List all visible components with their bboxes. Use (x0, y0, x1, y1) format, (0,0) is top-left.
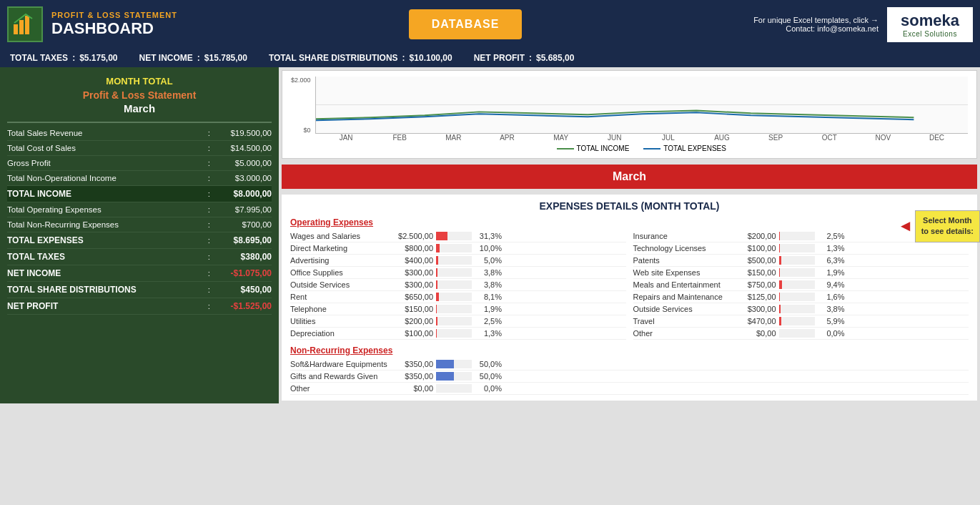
left-panel-header: MONTH TOTAL (0, 67, 279, 89)
left-row-val: $14.500,00 (214, 144, 272, 152)
expense-bar-wrap (436, 268, 472, 277)
expense-label: Technology Licenses (633, 244, 733, 252)
summary-net-profit-label: NET PROFIT (474, 53, 525, 63)
summary-net-income: NET INCOME : $15.785,00 (139, 53, 247, 63)
main-layout: MONTH TOTAL Profit & Loss Statement Marc… (0, 67, 980, 403)
operating-expenses-grid: Wages and Salaries$2.500,0031,3%Direct M… (290, 230, 969, 340)
left-panel-table: Total Sales Revenue:$19.500,00Total Cost… (0, 123, 279, 318)
expense-value: $100,00 (733, 244, 776, 252)
summary-total-share-val: $10.100,00 (410, 53, 452, 63)
expense-bar-wrap (436, 372, 472, 381)
legend-income-label: TOTAL INCOME (577, 144, 630, 152)
expense-value: $125,00 (733, 293, 776, 301)
expense-bar-wrap (436, 360, 472, 368)
left-row-val: $380,00 (214, 252, 272, 262)
database-button[interactable]: DATABASE (409, 9, 523, 39)
expense-bar-wrap (436, 384, 472, 393)
legend-income: TOTAL INCOME (557, 144, 630, 152)
expense-bar (436, 244, 440, 252)
expense-row: Wages and Salaries$2.500,0031,3% (290, 230, 626, 242)
left-row-colon: : (208, 144, 210, 152)
expense-pct: 10,0% (475, 244, 502, 252)
expense-label: Depreciation (290, 329, 390, 338)
expense-row: Travel$470,005,9% (633, 315, 969, 328)
expense-value: $650,00 (390, 293, 433, 301)
expense-value: $300,00 (733, 305, 776, 313)
header-center: DATABASE (177, 9, 753, 39)
expense-row: Outside Services$300,003,8% (633, 303, 969, 315)
chart-x-labels: JANFEBMARAPRMAYJUNJULAUGSEPOCTNOVDEC (315, 134, 968, 142)
app-header: PROFIT & LOSS STATEMENT DASHBOARD DATABA… (0, 0, 980, 49)
expense-row: Advertising$400,005,0% (290, 255, 626, 267)
left-row-val: $19.500,00 (214, 129, 272, 137)
promo-text: For unique Excel templates, click → (753, 16, 878, 24)
expense-pct: 3,8% (475, 268, 502, 277)
expense-value: $0,00 (390, 384, 433, 393)
expense-bar (779, 280, 783, 289)
left-row-val: $5.000,00 (214, 159, 272, 167)
left-row-label: TOTAL EXPENSES (7, 235, 204, 245)
svg-rect-2 (25, 16, 29, 34)
expense-pct: 0,0% (475, 384, 502, 393)
expense-label: Patents (633, 256, 733, 265)
header-title-block: PROFIT & LOSS STATEMENT DASHBOARD (51, 11, 177, 38)
left-row-colon: : (208, 236, 210, 245)
left-row-colon: : (208, 302, 210, 310)
expense-label: Utilities (290, 317, 390, 325)
left-row-colon: : (208, 269, 210, 278)
expense-bar (436, 372, 454, 381)
header-right: For unique Excel templates, click → Cont… (753, 16, 878, 33)
expense-bar (436, 256, 438, 265)
left-row-val: $7.995,00 (214, 205, 272, 214)
expense-row: Web site Expenses$150,001,9% (633, 267, 969, 279)
expenses-title: EXPENSES DETAILS (MONTH TOTAL) (290, 200, 969, 212)
legend-expenses: TOTAL EXPENSES (643, 144, 726, 152)
left-row-val: -$1.075,00 (214, 268, 272, 278)
expense-pct: 1,3% (475, 329, 502, 338)
summary-total-taxes-val: $5.175,00 (79, 53, 117, 63)
summary-total-share-label: TOTAL SHARE DISTRIBUTIONS (269, 53, 398, 63)
left-panel-row: Total Non-Recurring Expenses:$700,00 (7, 217, 272, 232)
expense-bar (436, 317, 437, 325)
left-row-val: $450,00 (214, 285, 272, 295)
expense-bar (436, 293, 439, 301)
month-bar: March (282, 165, 977, 189)
expense-value: $0,00 (733, 329, 776, 338)
select-arrow-icon: ◄ (898, 217, 914, 235)
select-month-box: Select Monthto see details: (915, 210, 980, 242)
expense-value: $350,00 (390, 360, 433, 368)
expense-bar-wrap (436, 232, 472, 240)
left-row-val: $3.000,00 (214, 174, 272, 182)
legend-income-line (557, 148, 574, 149)
left-panel-row: Total Sales Revenue:$19.500,00 (7, 126, 272, 141)
chart-x-label: MAY (534, 134, 588, 142)
summary-net-income-val: $15.785,00 (204, 53, 247, 63)
chart-x-label: JUL (641, 134, 695, 142)
brand-logo: someka Excel Solutions (887, 7, 973, 42)
expense-pct: 1,9% (475, 305, 502, 313)
chart-x-label: APR (480, 134, 534, 142)
expense-bar (436, 280, 437, 289)
expense-label: Meals and Entertainment (633, 280, 733, 289)
expense-value: $400,00 (390, 256, 433, 265)
expense-row: Repairs and Maintenance$125,001,6% (633, 291, 969, 303)
expenses-right-col: Insurance$200,002,5%Technology Licenses$… (633, 230, 969, 340)
expense-row: Direct Marketing$800,0010,0% (290, 242, 626, 255)
left-panel: MONTH TOTAL Profit & Loss Statement Marc… (0, 67, 279, 403)
expense-label: Telephone (290, 305, 390, 313)
left-row-colon: : (208, 159, 210, 167)
expense-pct: 1,6% (818, 293, 845, 301)
left-row-colon: : (208, 285, 210, 294)
expense-row: Patents$500,006,3% (633, 255, 969, 267)
left-row-colon: : (208, 190, 210, 198)
expense-label: Other (633, 329, 733, 338)
expense-pct: 2,5% (475, 317, 502, 325)
expense-row: Other$0,000,0% (633, 328, 969, 340)
right-side-container: $2.000 $0 JANFEBMARAPRMAYJ (279, 67, 980, 403)
expense-pct: 3,8% (818, 305, 845, 313)
left-row-colon: : (208, 174, 210, 182)
expenses-panel: EXPENSES DETAILS (MONTH TOTAL) Operating… (282, 195, 977, 401)
expense-label: Gifts and Rewards Given (290, 372, 390, 381)
expense-row: Other$0,000,0% (290, 383, 969, 395)
expense-value: $300,00 (390, 280, 433, 289)
